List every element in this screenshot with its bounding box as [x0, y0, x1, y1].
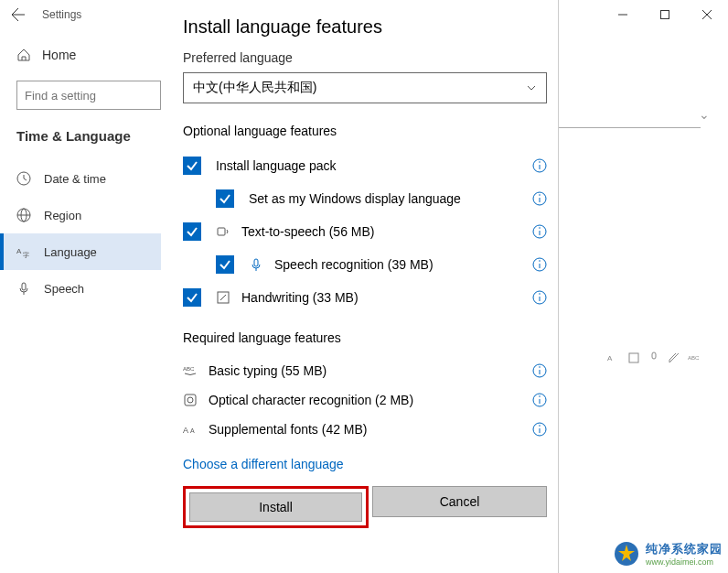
clock-icon [16, 171, 31, 186]
svg-point-36 [187, 397, 193, 403]
search-input[interactable] [25, 89, 178, 103]
install-language-modal: Install language features Preferred lang… [161, 0, 559, 573]
dropdown-value: 中文(中华人民共和国) [193, 80, 316, 96]
info-icon[interactable] [532, 363, 547, 378]
svg-rect-23 [254, 259, 258, 266]
install-button[interactable]: Install [189, 492, 362, 522]
home-icon [16, 48, 31, 62]
fonts-icon: AA [183, 422, 198, 437]
check-icon [186, 291, 198, 304]
display-checkbox[interactable] [216, 189, 234, 208]
svg-rect-35 [185, 395, 196, 405]
svg-text:ABC: ABC [183, 366, 195, 372]
lang-small-icon: A [607, 351, 620, 364]
svg-point-22 [539, 227, 541, 229]
check-icon [186, 225, 198, 238]
svg-point-15 [539, 161, 541, 163]
sidebar-home[interactable]: Home [0, 40, 161, 70]
feature-label: Handwriting (33 MB) [241, 290, 525, 305]
feature-langpack: Install language pack [183, 149, 547, 182]
speech-checkbox[interactable] [216, 255, 234, 274]
feature-label: Speech recognition (39 MB) [274, 257, 525, 272]
svg-point-39 [539, 395, 541, 397]
req-label: Basic typing (55 MB) [209, 363, 525, 378]
check-icon [186, 159, 198, 172]
svg-point-18 [539, 194, 541, 196]
info-icon[interactable] [532, 290, 547, 305]
svg-rect-1 [661, 11, 669, 19]
watermark: 纯净系统家园 www.yidaimei.com [613, 540, 723, 568]
microphone-icon [249, 257, 263, 272]
ocr-icon [183, 393, 198, 407]
home-label: Home [42, 48, 76, 62]
required-ocr: Optical character recognition (2 MB) [183, 385, 547, 415]
info-icon[interactable] [532, 224, 547, 239]
chevron-down-icon: ⌄ [699, 107, 710, 122]
tts-small-icon [627, 351, 640, 364]
check-icon [219, 258, 231, 271]
back-arrow-icon [11, 7, 26, 22]
sidebar-item-region[interactable]: Region [0, 197, 161, 233]
choose-different-link[interactable]: Choose a different language [183, 457, 547, 471]
svg-point-44 [539, 425, 541, 427]
install-button-highlight: Install [183, 486, 369, 528]
tts-icon [216, 224, 230, 239]
handwriting-checkbox[interactable] [183, 288, 201, 307]
feature-display-lang: Set as my Windows display language [183, 182, 547, 215]
optional-features-label: Optional language features [183, 124, 547, 138]
sidebar-item-label: Speech [44, 282, 84, 296]
svg-point-26 [539, 260, 541, 262]
cancel-button[interactable]: Cancel [372, 486, 547, 517]
window-title: Settings [42, 8, 81, 21]
svg-rect-19 [218, 228, 225, 235]
svg-rect-10 [629, 353, 638, 362]
language-icon: A字 [16, 244, 31, 259]
keyboard-icon: ABC [183, 363, 198, 378]
close-icon [702, 10, 712, 19]
sidebar-item-datetime[interactable]: Date & time [0, 160, 161, 197]
check-icon [219, 192, 231, 205]
langpack-checkbox[interactable] [183, 157, 201, 175]
back-button[interactable] [7, 4, 29, 26]
minimize-icon [618, 10, 627, 19]
svg-text:字: 字 [23, 252, 29, 258]
minimize-button[interactable] [602, 0, 644, 29]
sidebar-item-label: Language [44, 245, 97, 259]
maximize-icon [660, 10, 669, 19]
req-label: Optical character recognition (2 MB) [209, 393, 525, 407]
tts-checkbox[interactable] [183, 222, 201, 241]
sidebar-item-label: Region [44, 209, 81, 222]
svg-text:A: A [607, 354, 613, 362]
req-label: Supplemental fonts (42 MB) [209, 422, 525, 437]
preferred-language-label: Preferred language [183, 50, 547, 65]
svg-rect-11 [652, 352, 656, 359]
info-icon[interactable] [532, 393, 547, 407]
info-icon[interactable] [532, 422, 547, 437]
info-icon[interactable] [532, 257, 547, 272]
feature-label: Text-to-speech (56 MB) [241, 224, 525, 239]
chevron-down-icon [526, 82, 537, 93]
info-icon[interactable] [532, 191, 547, 206]
search-input-wrapper[interactable] [16, 81, 161, 110]
svg-text:A: A [183, 426, 188, 435]
feature-label: Set as my Windows display language [249, 191, 525, 206]
pen-small-icon [668, 351, 680, 364]
feature-handwriting: Handwriting (33 MB) [183, 281, 547, 314]
sidebar-item-label: Date & time [44, 172, 106, 186]
globe-icon [16, 208, 31, 222]
sidebar-item-language[interactable]: A字 Language [0, 233, 161, 270]
feature-tts: Text-to-speech (56 MB) [183, 215, 547, 248]
feature-label: Install language pack [216, 158, 525, 173]
svg-rect-8 [22, 283, 26, 290]
close-button[interactable] [686, 0, 728, 29]
required-features-label: Required language features [183, 330, 547, 345]
language-dropdown[interactable]: 中文(中华人民共和国) [183, 72, 547, 103]
microphone-icon [16, 281, 31, 296]
info-icon[interactable] [532, 158, 547, 173]
mic-small-icon [648, 351, 660, 364]
svg-text:A: A [16, 247, 22, 255]
sidebar-item-speech[interactable]: Speech [0, 270, 161, 307]
modal-title: Install language features [183, 16, 547, 38]
section-header: Time & Language [0, 128, 161, 144]
maximize-button[interactable] [644, 0, 686, 29]
